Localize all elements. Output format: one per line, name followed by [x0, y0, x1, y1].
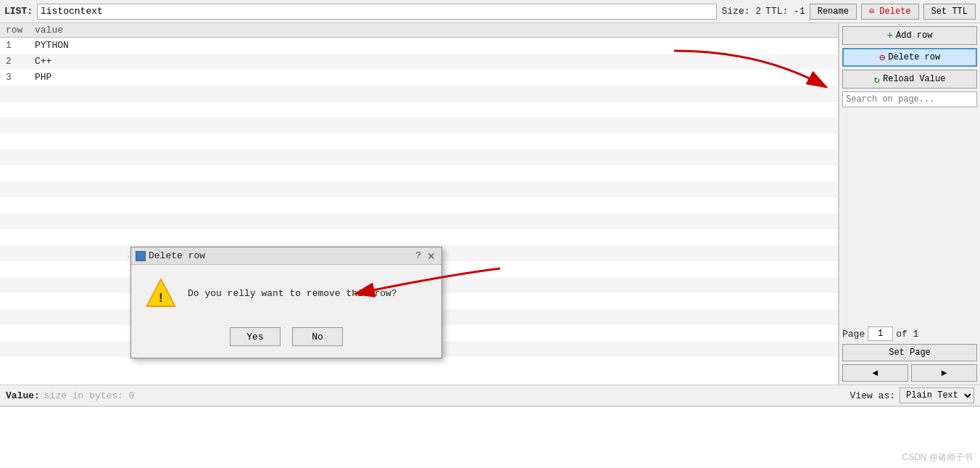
set-page-button[interactable]: Set Page: [842, 344, 977, 361]
prev-icon: ◄: [873, 368, 879, 379]
cell-value: C++: [29, 54, 838, 70]
no-button[interactable]: No: [292, 327, 343, 346]
cell-row-num: 3: [0, 70, 29, 86]
value-bar: Value: size in bytes: 0 View as: Plain T…: [0, 385, 980, 406]
modal-title-text: Delete row: [149, 250, 205, 261]
pagination-row: Page of 1: [842, 327, 977, 341]
list-name-input[interactable]: [37, 4, 717, 20]
right-sidebar: + Add row ⊖ Delete row ↻ Reload Value Pa…: [839, 23, 980, 385]
cell-value: PYTHON: [29, 38, 838, 54]
col-header-value: value: [29, 23, 838, 38]
cell-value: PHP: [29, 70, 838, 86]
next-page-button[interactable]: ►: [911, 364, 977, 382]
modal-buttons: Yes No: [131, 321, 441, 358]
col-header-row: row: [0, 23, 29, 38]
delete-row-button[interactable]: ⊖ Delete row: [842, 48, 977, 67]
cell-row-num: 1: [0, 38, 29, 54]
modal-controls: ? ✕: [415, 250, 437, 262]
list-label: LIST:: [4, 6, 33, 17]
empty-row: [0, 229, 838, 245]
page-input[interactable]: [868, 327, 893, 341]
empty-row: [0, 102, 838, 118]
modal-dialog-icon: [136, 251, 146, 261]
prev-page-button[interactable]: ◄: [842, 364, 908, 382]
watermark: CSDN @诸师子书: [902, 451, 973, 464]
value-hint: size in bytes: 0: [44, 390, 135, 401]
modal-close-button[interactable]: ✕: [425, 250, 437, 262]
nav-row: ◄ ►: [842, 364, 977, 382]
reload-value-button[interactable]: ↻ Reload Value: [842, 70, 977, 89]
size-info: Size: 2: [721, 6, 761, 17]
view-as-label: View as:: [850, 390, 895, 401]
empty-row: [0, 86, 838, 102]
set-ttl-button[interactable]: Set TTL: [923, 4, 976, 20]
modal-title-left: Delete row: [136, 250, 205, 261]
minus-circle-icon: ⊖: [879, 52, 885, 64]
table-row[interactable]: 1PYTHON: [0, 38, 838, 54]
add-row-button[interactable]: + Add row: [842, 26, 977, 45]
modal-message: Do you relly want to remove this row?: [188, 288, 397, 299]
empty-row: [0, 181, 838, 197]
empty-row: [0, 165, 838, 181]
modal-question-mark: ?: [415, 250, 421, 261]
empty-row: [0, 149, 838, 165]
modal-titlebar: Delete row ? ✕: [131, 247, 441, 265]
next-icon: ►: [942, 368, 947, 379]
table-row[interactable]: 2C++: [0, 54, 838, 70]
ttl-info: TTL: -1: [765, 6, 805, 17]
empty-row: [0, 134, 838, 149]
value-label: Value:: [6, 390, 40, 401]
yes-button[interactable]: Yes: [230, 327, 281, 346]
rename-button[interactable]: Rename: [810, 4, 857, 20]
search-input[interactable]: [842, 91, 977, 107]
top-bar: LIST: Size: 2 TTL: -1 Rename ⊖ Delete Se…: [0, 0, 980, 23]
value-content-area: CSDN @诸师子书: [0, 406, 980, 468]
table-row[interactable]: 3PHP: [0, 70, 838, 86]
warning-exclamation: !: [157, 291, 165, 305]
delete-button[interactable]: ⊖ Delete: [861, 4, 919, 20]
plus-icon: +: [887, 30, 893, 41]
empty-row: [0, 118, 838, 134]
delete-row-dialog: Delete row ? ✕ ! Do you relly want to re…: [130, 247, 442, 358]
delete-circle-icon: ⊖: [869, 7, 874, 17]
empty-row: [0, 197, 838, 213]
of-label: of 1: [896, 329, 918, 340]
page-label: Page: [842, 329, 865, 340]
modal-body: ! Do you relly want to remove this row?: [131, 265, 441, 321]
cell-row-num: 2: [0, 54, 29, 70]
reload-icon: ↻: [874, 73, 880, 86]
empty-row: [0, 213, 838, 229]
view-as-select[interactable]: Plain Text JSON Hex: [900, 387, 974, 403]
